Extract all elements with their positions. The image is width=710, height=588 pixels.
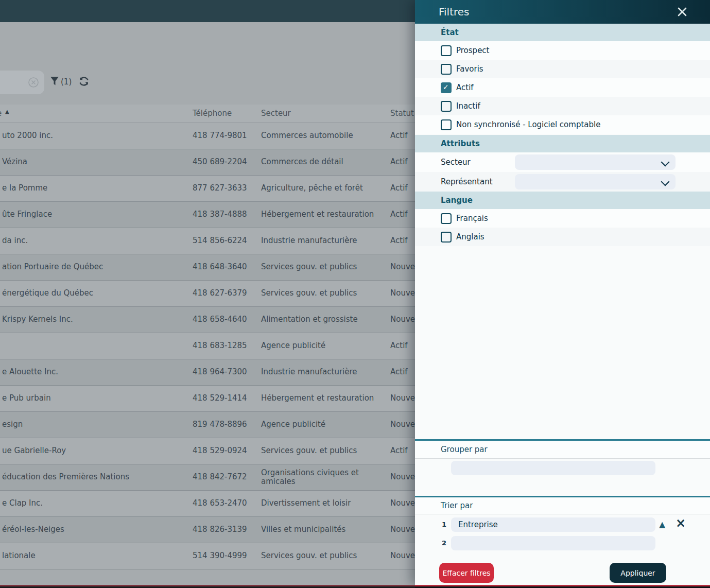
filter-option-row[interactable]: Prospect <box>415 41 710 60</box>
filter-option-row[interactable]: Français <box>415 209 710 228</box>
checkbox[interactable] <box>441 119 452 130</box>
company-name: e la Pomme <box>2 176 187 201</box>
table-row[interactable]: e la Pomme 877 627-3633 Agriculture, pêc… <box>0 176 417 202</box>
search-input[interactable] <box>0 71 44 94</box>
table-row[interactable]: 418 683-1285 Agence publicité Actif <box>0 333 417 359</box>
column-status[interactable]: Statut <box>390 109 414 118</box>
table-row[interactable]: da inc. 514 856-6224 Industrie manufactu… <box>0 228 417 254</box>
trier-par-label: Trier par <box>441 501 473 510</box>
company-name: Krispy Kernels Inc. <box>2 307 187 333</box>
filter-option-row[interactable]: Anglais <box>415 228 710 246</box>
checkbox[interactable] <box>441 213 452 224</box>
table-row[interactable]: éréol-les-Neiges 418 826-3139 Villes et … <box>0 517 417 543</box>
chevron-down-icon <box>661 158 670 167</box>
company-phone: 418 964-7300 <box>193 359 257 385</box>
table-row[interactable]: ation Portuaire de Québec 418 648-3640 S… <box>0 254 417 281</box>
table-row[interactable]: e Alouette Inc. 418 964-7300 Industrie m… <box>0 359 417 386</box>
company-phone: 450 689-2204 <box>193 149 257 175</box>
checkbox-label: Prospect <box>456 46 490 55</box>
filter-option-row[interactable]: Actif <box>415 78 710 97</box>
secteur-select[interactable] <box>515 154 676 170</box>
close-icon <box>677 7 687 17</box>
table-row[interactable]: énergétique du Québec 418 627-6379 Servi… <box>0 281 417 307</box>
checkbox-label: Actif <box>456 83 474 92</box>
sort-field-2[interactable] <box>451 536 655 550</box>
close-panel-button[interactable] <box>674 4 690 20</box>
filter-option-row[interactable]: Non synchronisé - Logiciel comptable <box>415 115 710 134</box>
table-row[interactable]: Vézina 450 689-2204 Commerces de détail … <box>0 149 417 176</box>
table-row[interactable]: ue Gabrielle-Roy 418 529-0924 Services g… <box>0 438 417 464</box>
checkbox[interactable] <box>441 64 452 75</box>
section-langue: Langue <box>415 192 710 209</box>
table-row[interactable]: esign 819 478-8896 Agence publicité Nouv… <box>0 412 417 438</box>
company-phone: 418 683-1285 <box>193 333 257 359</box>
section-etat-label: État <box>441 28 459 37</box>
company-phone: 418 529-0924 <box>193 438 257 464</box>
company-table: uto 2000 inc. 418 774-9801 Commerces aut… <box>0 123 417 569</box>
company-phone: 514 856-6224 <box>193 228 257 254</box>
company-phone: 418 826-3139 <box>193 517 257 543</box>
company-sector: Services gouv. et publics <box>261 543 387 569</box>
section-attributs-label: Attributs <box>441 139 480 148</box>
company-name: e Clap Inc. <box>2 491 187 516</box>
column-sector[interactable]: Secteur <box>261 109 291 118</box>
filters-panel: Filtres État Prospect Favoris Actif <box>415 0 710 585</box>
checkbox-label: Français <box>456 214 488 223</box>
representant-select[interactable] <box>515 174 676 189</box>
sort-field-1-value: Entreprise <box>458 520 498 529</box>
company-sector: Organisations civiques et amicales <box>261 464 387 490</box>
table-row[interactable]: ûte Fringlace 418 387-4888 Hébergement e… <box>0 202 417 228</box>
company-sector: Divertissement et loisir <box>261 491 387 516</box>
company-name: éréol-les-Neiges <box>2 517 187 543</box>
company-sector: Agriculture, pêche et forêt <box>261 176 387 201</box>
company-name: ûte Fringlace <box>2 202 187 228</box>
table-row[interactable]: e Pub urbain 418 529-1414 Hébergement et… <box>0 386 417 412</box>
trier-par-header: Trier par <box>415 497 710 514</box>
company-phone: 418 842-7672 <box>193 464 257 490</box>
checkbox-label: Anglais <box>456 232 484 241</box>
company-name: esign <box>2 412 187 438</box>
grouper-par-select[interactable] <box>451 461 655 475</box>
table-row[interactable]: uto 2000 inc. 418 774-9801 Commerces aut… <box>0 123 417 149</box>
checkbox[interactable] <box>441 232 452 243</box>
company-phone: 877 627-3633 <box>193 176 257 201</box>
sort-direction-asc-icon[interactable]: ▲ <box>659 520 665 529</box>
filter-funnel-icon[interactable] <box>50 76 59 87</box>
table-row[interactable]: éducation des Premières Nations 418 842-… <box>0 464 417 491</box>
refresh-icon[interactable] <box>78 75 90 88</box>
table-row[interactable]: lationale 514 390-4999 Services gouv. et… <box>0 543 417 569</box>
company-name: lationale <box>2 543 187 569</box>
column-company[interactable]: e <box>0 109 2 118</box>
etat-options: Prospect Favoris Actif Inactif Non synch… <box>415 41 710 134</box>
filter-option-row[interactable]: Inactif <box>415 97 710 115</box>
company-phone: 418 387-4888 <box>193 202 257 228</box>
table-row[interactable]: e Clap Inc. 418 653-2470 Divertissement … <box>0 491 417 517</box>
checkbox[interactable] <box>441 45 452 56</box>
company-name: da inc. <box>2 228 187 254</box>
checkbox[interactable] <box>441 82 452 93</box>
company-phone: 418 658-4640 <box>193 307 257 333</box>
clear-filters-button[interactable]: Effacer filtres <box>439 563 494 583</box>
chevron-down-icon <box>661 178 670 186</box>
company-sector: Services gouv. et publics <box>261 254 387 280</box>
filter-option-row[interactable]: Favoris <box>415 60 710 78</box>
company-name: ue Gabrielle-Roy <box>2 438 187 464</box>
company-sector: Hébergement et restauration <box>261 386 387 411</box>
sort-index: 1 <box>442 521 446 528</box>
company-name: Vézina <box>2 149 187 175</box>
column-phone[interactable]: Téléphone <box>193 109 232 118</box>
checkbox[interactable] <box>441 101 452 112</box>
sort-row-1: 1 Entreprise ▲ × <box>415 517 710 532</box>
company-sector: Alimentation et grossiste <box>261 307 387 333</box>
clear-search-icon[interactable] <box>28 77 39 88</box>
company-sector: Industrie manufacturière <box>261 228 387 254</box>
apply-filters-button[interactable]: Appliquer <box>610 563 666 583</box>
company-phone: 819 478-8896 <box>193 412 257 438</box>
company-sector: Commerces de détail <box>261 149 387 175</box>
remove-sort-icon[interactable]: × <box>676 516 686 530</box>
company-phone: 418 648-3640 <box>193 254 257 280</box>
company-sector: Hébergement et restauration <box>261 202 387 228</box>
table-row[interactable]: Krispy Kernels Inc. 418 658-4640 Aliment… <box>0 307 417 333</box>
filters-panel-header: Filtres <box>415 0 710 24</box>
sort-field-1[interactable]: Entreprise <box>451 517 655 532</box>
